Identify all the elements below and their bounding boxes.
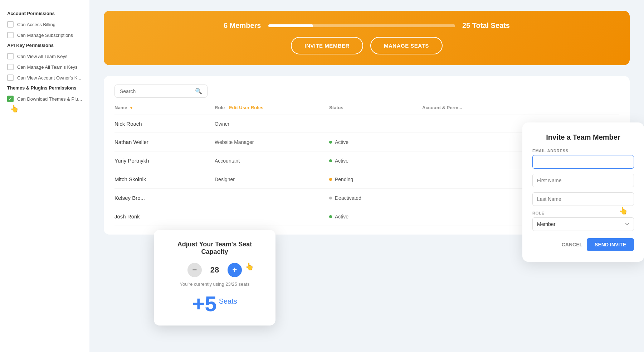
- increase-seats-button[interactable]: +: [228, 263, 242, 277]
- col-header-account: Account & Perm...: [422, 105, 619, 110]
- subscriptions-label: Can Manage Subscriptions: [17, 33, 73, 38]
- themes-permissions-title: Themes & Plugins Permissions: [7, 85, 82, 91]
- seat-usage-text: You're currently using 23/25 seats: [168, 281, 261, 287]
- main-content: 6 Members 25 Total Seats INVITE MEMBER M…: [89, 0, 644, 352]
- sidebar-item-subscriptions[interactable]: Can Manage Subscriptions: [7, 32, 82, 38]
- manage-seats-button[interactable]: MANAGE SEATS: [370, 37, 443, 54]
- status-dot-icon: [329, 159, 332, 162]
- download-themes-label: Can Download Themes & Plu...: [17, 96, 82, 102]
- seat-delta-value: +5Seats: [192, 292, 237, 316]
- seat-delta-label: Seats: [219, 297, 237, 305]
- invite-actions: CANCEL SEND INVITE: [532, 238, 634, 251]
- edit-user-roles-link[interactable]: Edit User Roles: [229, 105, 263, 110]
- send-invite-button[interactable]: SEND INVITE: [587, 238, 634, 251]
- invite-panel-title: Invite a Team Member: [532, 133, 634, 141]
- view-keys-checkbox[interactable]: [7, 53, 14, 59]
- manage-keys-label: Can Manage All Team's Keys: [17, 64, 77, 70]
- cancel-button[interactable]: CANCEL: [562, 242, 582, 247]
- row-status: Deactivated: [329, 195, 422, 201]
- sidebar-item-view-owner-keys[interactable]: Can View Account Owner's K...: [7, 74, 82, 81]
- status-dot-icon: [329, 141, 332, 144]
- col-header-role: Role Edit User Roles: [215, 105, 329, 110]
- sort-arrow-icon: ▼: [129, 106, 133, 110]
- sidebar: Account Permissions Can Access Billing C…: [0, 0, 89, 352]
- sidebar-item-manage-keys[interactable]: Can Manage All Team's Keys: [7, 64, 82, 70]
- progress-bar-fill: [268, 24, 313, 27]
- row-name: Nick Roach: [114, 121, 215, 127]
- email-input[interactable]: [532, 155, 634, 169]
- account-permissions-section: Account Permissions Can Access Billing C…: [7, 11, 82, 38]
- email-field-label: EMAIL ADDRESS: [532, 149, 634, 153]
- seat-count: 28: [208, 265, 222, 275]
- status-dot-icon: [329, 197, 332, 199]
- role-select[interactable]: Member Admin Owner: [532, 217, 634, 231]
- row-status: Active: [329, 158, 422, 164]
- status-dot-icon: [329, 178, 332, 181]
- row-name: Yuriy Portnykh: [114, 158, 215, 164]
- seat-capacity-popup: Adjust Your Team's Seat Capacity − 28 + …: [154, 230, 275, 326]
- sidebar-item-billing[interactable]: Can Access Billing: [7, 21, 82, 28]
- cursor-hand-icon: 👆: [619, 206, 628, 215]
- team-card: 🔍 Name ▼ Role Edit User Roles Status Acc…: [104, 76, 630, 235]
- download-themes-checkbox[interactable]: ✓: [7, 96, 14, 102]
- col-header-status: Status: [329, 105, 422, 110]
- status-dot-icon: [329, 215, 332, 218]
- row-role: Owner: [215, 121, 329, 127]
- row-status: Active: [329, 139, 422, 145]
- members-count: 6 Members: [224, 21, 261, 30]
- row-status: Active: [329, 214, 422, 220]
- search-input[interactable]: [120, 88, 192, 94]
- cursor-hand-icon: 👆: [245, 262, 254, 271]
- progress-row: 6 Members 25 Total Seats: [224, 21, 510, 30]
- last-name-input[interactable]: [532, 192, 634, 206]
- view-owner-keys-label: Can View Account Owner's K...: [17, 75, 81, 81]
- row-status: Pending: [329, 177, 422, 182]
- row-role: Accountant: [215, 158, 329, 164]
- api-permissions-section: API Key Permissions Can View All Team Ke…: [7, 43, 82, 81]
- account-permissions-title: Account Permissions: [7, 11, 82, 16]
- row-name: Kelsey Bro...: [114, 195, 215, 201]
- invite-panel: Invite a Team Member EMAIL ADDRESS ROLE …: [522, 122, 644, 262]
- view-owner-keys-checkbox[interactable]: [7, 74, 14, 81]
- sidebar-item-view-keys[interactable]: Can View All Team Keys: [7, 53, 82, 59]
- view-keys-label: Can View All Team Keys: [17, 54, 67, 59]
- search-icon: 🔍: [195, 88, 202, 95]
- subscriptions-checkbox[interactable]: [7, 32, 14, 38]
- col-header-name: Name ▼: [114, 105, 215, 110]
- search-box[interactable]: 🔍: [114, 85, 208, 98]
- cursor-hand-icon: 👆: [10, 104, 82, 113]
- progress-bar-container: [268, 24, 455, 27]
- themes-permissions-section: Themes & Plugins Permissions ✓ Can Downl…: [7, 85, 82, 113]
- seat-delta-display: +5Seats: [168, 293, 261, 315]
- decrease-seats-button[interactable]: −: [187, 263, 202, 277]
- total-seats: 25 Total Seats: [462, 21, 510, 30]
- first-name-input[interactable]: [532, 174, 634, 187]
- row-role: Website Manager: [215, 139, 329, 145]
- billing-label: Can Access Billing: [17, 22, 55, 27]
- banner-buttons: INVITE MEMBER MANAGE SEATS: [291, 37, 442, 54]
- invite-member-button[interactable]: INVITE MEMBER: [291, 37, 363, 54]
- manage-keys-checkbox[interactable]: [7, 64, 14, 70]
- row-role: Designer: [215, 177, 329, 182]
- search-row: 🔍: [114, 85, 619, 98]
- api-permissions-title: API Key Permissions: [7, 43, 82, 48]
- row-name: Nathan Weller: [114, 139, 215, 145]
- seat-popup-title: Adjust Your Team's Seat Capacity: [168, 241, 261, 256]
- members-banner: 6 Members 25 Total Seats INVITE MEMBER M…: [104, 11, 630, 65]
- billing-checkbox[interactable]: [7, 21, 14, 28]
- row-name: Josh Ronk: [114, 213, 215, 220]
- row-name: Mitch Skolnik: [114, 176, 215, 182]
- table-header: Name ▼ Role Edit User Roles Status Accou…: [114, 105, 619, 115]
- sidebar-item-download-themes[interactable]: ✓ Can Download Themes & Plu...: [7, 96, 82, 102]
